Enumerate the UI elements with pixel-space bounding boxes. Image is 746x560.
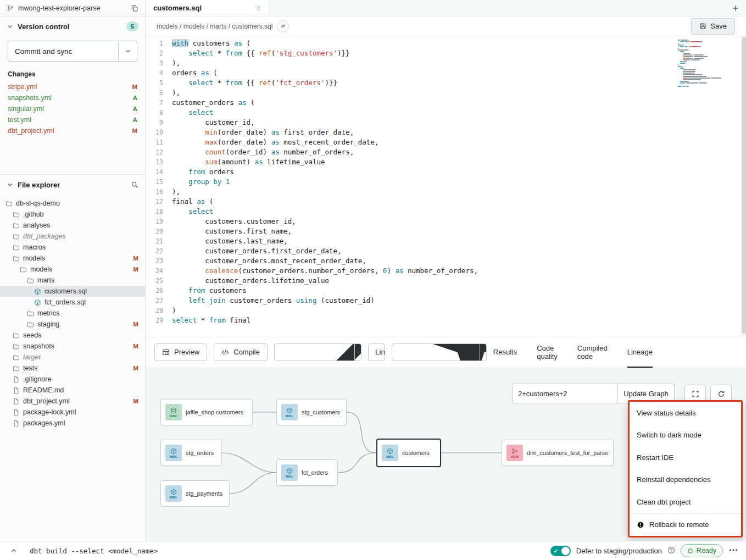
lineage-node-jaffle-shop-customers[interactable]: SRCjaffle_shop.customers [160,399,253,425]
compile-button[interactable]: Compile [214,343,268,361]
tree-item-macros[interactable]: macros [0,242,145,253]
tree-item-customers-sql[interactable]: customers.sql [0,286,145,297]
tree-item-snapshots[interactable]: snapshotsM [0,341,145,352]
menu-item-switch-to-dark-mode[interactable]: Switch to dark mode [630,424,741,447]
lineage-node-customers[interactable]: MDLcustomers [376,439,441,467]
menu-item-view-status-details[interactable]: View status details [630,402,741,424]
copilot-options-button[interactable] [480,344,486,361]
node-label: stg_customers [302,409,340,415]
commit-and-sync-button[interactable]: Commit and sync [8,41,118,61]
tree-item-marts[interactable]: marts [0,275,145,286]
cube-icon [170,448,177,454]
change-status: M [132,127,137,134]
change-row-dbt-project-yml[interactable]: dbt_project.ymlM [0,125,145,136]
dbt-copilot-button[interactable]: dbt Copilot [392,344,480,361]
sem-icon [511,448,518,454]
menu-item-rollback-to-remote[interactable]: Rollback to remote [630,513,741,536]
minimap-line [678,43,710,44]
tree-item-target[interactable]: target [0,352,145,363]
lineage-selector-input[interactable] [512,384,618,403]
editor-toolbar: Preview Compile Build Lint [146,336,746,368]
file-explorer-header[interactable]: File explorer [0,175,145,195]
tab-compiled-code[interactable]: Compiled code [577,336,608,368]
line-number: 11 [146,137,172,147]
preview-button[interactable]: Preview [154,343,207,361]
tab-code-quality[interactable]: Code quality [537,336,558,368]
minimap-line [678,81,710,82]
changes-list: stripe.ymlMsnapshots.ymlAsingular.ymlAte… [0,81,145,136]
lineage-node-stg-customers[interactable]: MDLstg_customers [276,399,347,425]
save-button[interactable]: Save [691,18,735,35]
tab-customers-sql[interactable]: customers.sql [146,0,270,16]
tree-item-fct-orders-sql[interactable]: fct_orders.sql [0,297,145,308]
tree-item-models[interactable]: modelsM [0,253,145,264]
code-editor[interactable]: 1with customers as (2 select * from {{ r… [146,36,746,336]
tree-item-label: macros [23,243,46,251]
change-row-snapshots-yml[interactable]: snapshots.ymlA [0,92,145,103]
db-icon [170,407,177,414]
search-icon[interactable] [131,181,138,188]
tree-item-models[interactable]: modelsM [0,264,145,275]
tree-item-tests[interactable]: testsM [0,363,145,374]
tree-item-dbt-project-yml[interactable]: dbt_project.ymlM [0,396,145,407]
tree-item-staging[interactable]: stagingM [0,319,145,330]
build-options-button[interactable] [354,344,361,361]
tree-item-package-lock-yml[interactable]: package-lock.yml [0,407,145,418]
change-row-singular-yml[interactable]: singular.ymlA [0,103,145,114]
lineage-node-dim-customers-test-for-parse[interactable]: SEMdim_customers_test_for_parse [502,440,614,466]
minimap-line [678,59,710,60]
tree-item-db-sl-qs-demo[interactable]: db-sl-qs-demo [0,198,145,209]
minimap[interactable] [678,40,710,87]
line-number: 15 [146,177,172,187]
tree-item-readme-md[interactable]: README.md [0,385,145,396]
tree-item-dbt-packages[interactable]: dbt_packages [0,231,145,242]
expand-command-bar-button[interactable] [8,545,20,557]
lint-button[interactable]: Lint [369,344,385,361]
minimap-line [678,71,710,72]
code-line: 27 left join customer_orders using (cust… [146,296,746,306]
preview-label: Preview [174,348,199,356]
lineage-node-stg-orders[interactable]: MDLstg_orders [160,440,222,466]
close-icon[interactable] [255,5,261,11]
menu-item-clean-dbt-project[interactable]: Clean dbt project [630,491,741,513]
tab-lineage[interactable]: Lineage [627,336,653,368]
node-type-label: MDL [286,475,293,478]
copy-branch-button[interactable] [131,4,138,12]
lineage-node-stg-payments[interactable]: MDLstg_payments [160,480,230,507]
tree-item-github[interactable]: .github [0,209,145,220]
tree-item-label: db-sl-qs-demo [16,199,60,207]
defer-info-button[interactable] [667,546,675,556]
tree-item-label: metrics [37,309,59,317]
more-options-button[interactable] [728,545,738,557]
new-tab-button[interactable] [732,0,739,16]
code-text: customer_orders as ( [172,98,255,108]
scrollbar-thumb[interactable] [742,37,746,334]
menu-item-restart-ide[interactable]: Restart IDE [630,446,741,469]
breadcrumb-action-button[interactable] [277,20,289,32]
change-file-name: snapshots.yml [8,94,52,102]
chevron-down-icon [355,349,361,355]
tree-item-packages-yml[interactable]: packages.yml [0,418,145,429]
defer-toggle[interactable] [550,546,571,556]
code-line: 6), [146,88,746,98]
tree-item-label: models [23,254,45,262]
code-text: customer_id, [172,118,255,127]
plus-icon [732,4,739,12]
build-button[interactable]: Build [275,344,354,361]
minimap-line [678,61,710,62]
editor-scrollbar[interactable] [741,36,746,336]
tree-item-seeds[interactable]: seeds [0,330,145,341]
node-label: fct_orders [302,469,328,476]
version-control-header[interactable]: Version control 5 [0,16,145,36]
change-row-stripe-yml[interactable]: stripe.ymlM [0,81,145,92]
commit-options-button[interactable] [118,41,137,61]
tab-results[interactable]: Results [493,336,517,368]
mdl-badge: MDL [281,464,298,481]
command-input[interactable]: dbt build --select <model_name> [30,547,158,555]
tree-item-analyses[interactable]: analyses [0,220,145,231]
tree-item-gitignore[interactable]: .gitignore [0,374,145,385]
menu-item-reinstall-dependencies[interactable]: Reinstall dependencies [630,469,741,491]
change-row-test-yml[interactable]: test.ymlA [0,114,145,125]
tree-item-metrics[interactable]: metrics [0,308,145,319]
lineage-node-fct-orders[interactable]: MDLfct_orders [276,459,338,486]
